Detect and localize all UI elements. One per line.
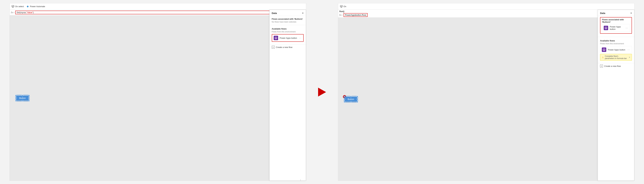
formula-close: ) <box>33 11 34 14</box>
no-flows-text: No flows have been selected. <box>272 21 304 23</box>
data-panel-title-left: Data <box>272 12 277 14</box>
left-toolbar: On select Power Automate <box>10 3 306 10</box>
handle-bm <box>22 100 23 101</box>
power-automate-tab[interactable]: Power Automate <box>26 5 45 8</box>
on-select-label: On select <box>15 5 24 8</box>
arrow-right-shape <box>318 88 326 96</box>
plus-icon-left: + <box>272 46 275 49</box>
available-flows-section-left: Available flows Flows from this environm… <box>270 26 306 44</box>
create-flow-label-right: Create a new flow <box>604 65 621 67</box>
data-panel-close-left[interactable]: × <box>302 12 304 14</box>
handle-mr-r <box>357 98 358 100</box>
handle-tm-r <box>350 96 352 97</box>
right-toolbar: On <box>338 3 634 10</box>
formula-input-left[interactable]: Set(myvar,"Value") <box>15 11 305 14</box>
left-data-panel: Data × Flows associated with 'Button1' N… <box>270 10 306 181</box>
handle-br-r <box>357 101 358 102</box>
handle-ml-r <box>344 98 345 100</box>
flows-associated-section-left: Flows associated with 'Button1' No flows… <box>270 16 306 24</box>
flow-item-icon-right-selected <box>604 26 608 30</box>
formula-text: Set(myvar, <box>16 11 26 14</box>
fx-label: f <box>11 11 12 14</box>
handle-bl <box>15 100 16 101</box>
left-formula-bar: f x ∨ Set(myvar,"Value") <box>10 10 306 15</box>
flow-icon-right-available <box>602 48 606 51</box>
svg-rect-6 <box>340 5 342 7</box>
handle-tl <box>15 95 16 96</box>
handle-mr <box>28 97 30 99</box>
flow-item-label-right-selected: Power Apps button <box>610 26 624 30</box>
warning-text: Complete flow's parameters in formula ba… <box>605 55 628 60</box>
divider-1 <box>270 25 306 25</box>
handle-bm-r <box>350 101 352 102</box>
create-flow-btn-left[interactable]: + Create a new flow <box>270 44 306 50</box>
flow-item-left[interactable]: Power Apps button ··· ↑ <box>272 34 304 42</box>
fx-x: x <box>12 11 13 14</box>
flows-associated-wrapper: Flows associated with 'Button1' Powe <box>598 16 634 36</box>
formula-input-right[interactable]: PowerAppsbutton.Run( <box>344 13 368 17</box>
on-select-tab[interactable]: On select <box>12 5 24 8</box>
available-flows-title-right: Available flows <box>600 40 632 42</box>
right-formula-header: Run() f x ∨ PowerAppsbutton.Run( <box>338 10 634 18</box>
fx-label-right: f <box>340 14 340 16</box>
power-automate-label: Power Automate <box>30 5 45 8</box>
handle-ml <box>15 97 16 99</box>
svg-point-4 <box>275 38 276 39</box>
warning-close-btn[interactable]: × <box>629 56 630 59</box>
available-flows-title-left: Available flows <box>272 28 304 30</box>
direction-arrow <box>316 88 328 96</box>
flow-item-label-left: Power Apps button <box>280 37 297 39</box>
svg-point-13 <box>604 50 604 51</box>
canvas-button-right[interactable]: Button <box>344 97 357 102</box>
flow-icon-right-selected <box>604 26 608 29</box>
data-panel-close-right[interactable]: × <box>630 12 632 14</box>
flows-env-label-left: Flows from this environment <box>272 31 304 33</box>
plus-icon-right: + <box>600 65 603 68</box>
handle-tr-r <box>357 96 358 97</box>
power-automate-icon <box>26 5 29 8</box>
svg-point-5 <box>276 38 276 39</box>
monitor-icon-right <box>340 5 342 8</box>
run-label: Run() <box>340 10 633 13</box>
flow-item-icon-right-available <box>602 47 606 52</box>
button-label-right: Button <box>348 98 354 100</box>
flow-item-more-right-available[interactable]: ··· <box>627 48 630 51</box>
cursor-indicator: ↑ <box>300 179 301 181</box>
right-panel: On Run() f x ∨ PowerAppsbutton.Run( × <box>338 3 634 181</box>
create-flow-btn-right[interactable]: + Create a new flow <box>598 63 634 69</box>
handle-bl-r <box>344 101 345 102</box>
flows-associated-box-right: Flows associated with 'Button1' Powe <box>600 17 632 34</box>
monitor-icon <box>12 5 14 8</box>
available-flows-section-right: Available flows Flows from this environm… <box>598 38 634 63</box>
svg-point-11 <box>606 28 607 29</box>
data-panel-header-right: Data × <box>598 10 634 16</box>
canvas-button-left[interactable]: Button <box>16 95 29 101</box>
button-label-left: Button <box>19 97 26 99</box>
fx-chevron-right: ∨ <box>342 14 342 16</box>
flows-env-label-right: Flows from this environment <box>600 43 632 45</box>
fx-x-right: x <box>340 14 341 16</box>
right-canvas: × Button <box>338 18 634 181</box>
fx-indicator-right: f x ∨ <box>340 14 343 16</box>
create-flow-label-left: Create a new flow <box>276 46 292 48</box>
handle-br <box>28 100 30 101</box>
warning-banner: ⚠ Complete flow's parameters in formula … <box>600 54 632 61</box>
flow-item-more-right-selected[interactable]: ··· <box>625 27 628 29</box>
fx-indicator: f x ∨ <box>11 11 14 14</box>
flow-item-right-available[interactable]: Power Apps button ··· <box>600 46 632 53</box>
on-select-tab-right[interactable]: On <box>340 5 346 8</box>
flows-associated-title-right: Flows associated with 'Button1' <box>602 18 630 23</box>
svg-point-14 <box>604 50 605 51</box>
warning-icon: ⚠ <box>602 56 604 59</box>
formula-value: "Value" <box>26 11 33 14</box>
formula-header-bottom: f x ∨ PowerAppsbutton.Run( <box>340 13 633 17</box>
flow-item-right-selected[interactable]: Power Apps button ··· <box>602 24 630 32</box>
left-panel: On select Power Automate f x ∨ Set(myvar… <box>10 3 306 181</box>
handle-tm <box>22 95 23 96</box>
data-panel-title-right: Data <box>600 12 605 14</box>
flow-icon-svg-left <box>274 36 277 39</box>
flow-item-more-left[interactable]: ··· <box>299 37 302 39</box>
data-panel-header-left: Data × <box>270 10 306 16</box>
left-canvas: Button <box>10 15 306 181</box>
on-label-right: On <box>344 5 346 8</box>
